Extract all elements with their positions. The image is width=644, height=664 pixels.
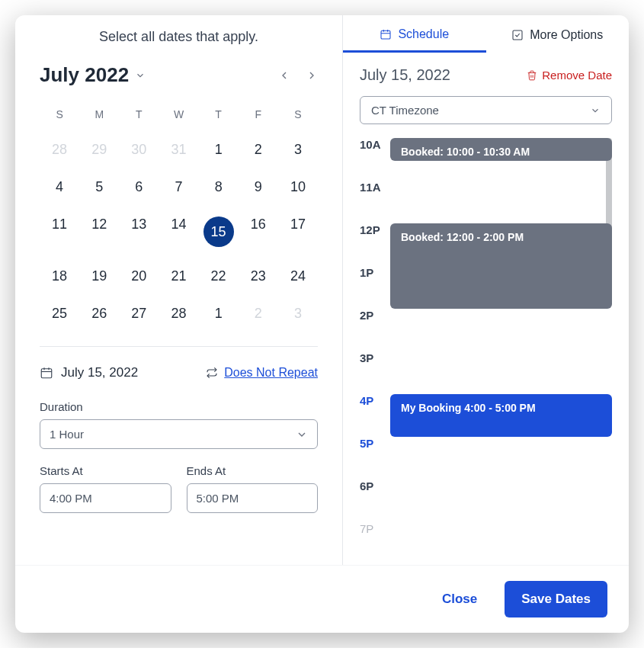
calendar-day[interactable]: 13 [119,206,159,258]
duration-label: Duration [40,400,318,413]
date-header: July 15, 2022 Remove Date [360,66,612,84]
calendar-day[interactable]: 11 [40,206,79,258]
tab-more-options[interactable]: More Options [486,18,630,53]
hour-label: 11A [360,181,390,194]
hour-label: 5P [360,437,390,450]
calendar-day[interactable]: 2 [239,295,278,332]
duration-select[interactable]: 1 Hour [40,419,318,449]
calendar-day[interactable]: 2 [239,131,278,168]
hour-row[interactable]: 7P [360,522,612,565]
calendar-day[interactable]: 22 [199,258,239,295]
hour-label: 4P [360,394,390,407]
duration-value: 1 Hour [50,428,84,441]
calendar-day[interactable]: 4 [40,168,79,206]
my-booking-event[interactable]: My Booking 4:00 - 5:00 PM [390,394,612,437]
calendar-day[interactable]: 24 [278,258,318,295]
calendar-day[interactable]: 7 [159,168,198,206]
calendar-grid: SMTWTFS 28293031123456789101112131415161… [40,101,318,332]
close-button[interactable]: Close [428,582,491,616]
time-row: Starts At 4:00 PM Ends At 5:00 PM [40,464,318,513]
date-picker-modal: Select all dates that apply. July 2022 S… [15,15,629,633]
chevron-down-icon [590,105,601,116]
hour-row[interactable]: 11A [360,181,612,223]
svg-rect-8 [513,30,522,40]
calendar-day[interactable]: 28 [40,131,79,168]
timezone-select[interactable]: CT Timezone [360,96,612,124]
remove-date-button[interactable]: Remove Date [527,69,612,82]
svg-rect-0 [41,369,52,378]
calendar-day[interactable]: 6 [119,168,159,206]
tab-schedule[interactable]: Schedule [343,18,486,53]
calendar-day[interactable]: 1 [199,131,239,168]
repeat-link[interactable]: Does Not Repeat [206,366,318,380]
month-nav [278,69,318,82]
hour-label: 1P [360,266,390,279]
tab-more-label: More Options [530,28,603,42]
hour-row[interactable]: 3P [360,351,612,394]
modal-footer: Close Save Dates [15,565,629,633]
starts-input[interactable]: 4:00 PM [40,483,171,513]
calendar-day[interactable]: 26 [79,295,119,332]
calendar-day[interactable]: 5 [79,168,119,206]
calendar-day[interactable]: 1 [199,295,239,332]
weekday-label: T [119,101,159,131]
prev-month-button[interactable] [278,69,290,82]
month-selector[interactable]: July 2022 [40,63,146,87]
ends-value: 5:00 PM [197,492,239,505]
schedule-panel: Schedule More Options July 15, 2022 Remo… [343,15,629,565]
booked-event[interactable]: Booked: 12:00 - 2:00 PM [390,223,612,309]
calendar-day[interactable]: 3 [278,131,318,168]
hour-row[interactable]: 2P [360,309,612,351]
repeat-icon [206,367,218,379]
calendar-day[interactable]: 9 [239,168,278,206]
hour-schedule[interactable]: 10A11A12P1P2P3P4P5P6P7PBooked: 10:00 - 1… [360,138,612,565]
ends-input[interactable]: 5:00 PM [187,483,319,513]
calendar-day[interactable]: 15 [199,206,239,258]
weekday-label: T [199,101,239,131]
chevron-down-icon [135,70,146,81]
calendar-day[interactable]: 29 [79,131,119,168]
hour-label: 3P [360,351,390,364]
calendar-day[interactable]: 19 [79,258,119,295]
save-dates-button[interactable]: Save Dates [505,581,607,617]
calendar-day[interactable]: 21 [159,258,198,295]
day-row: 25262728123 [40,295,318,332]
calendar-day[interactable]: 3 [278,295,318,332]
remove-date-label: Remove Date [542,69,612,82]
calendar-day[interactable]: 31 [159,131,198,168]
calendar-day[interactable]: 14 [159,206,198,258]
starts-value: 4:00 PM [50,492,92,505]
next-month-button[interactable] [306,69,318,82]
day-row: 28293031123 [40,131,318,168]
calendar-day[interactable]: 16 [239,206,278,258]
selected-date-text: July 15, 2022 [61,365,138,380]
calendar-day[interactable]: 17 [278,206,318,258]
hour-label: 6P [360,480,390,492]
calendar-day[interactable]: 18 [40,258,79,295]
weekday-label: S [278,101,318,131]
calendar-day[interactable]: 12 [79,206,119,258]
calendar-day[interactable]: 20 [119,258,159,295]
booked-event[interactable]: Booked: 10:00 - 10:30 AM [390,138,612,161]
hour-label: 12P [360,223,390,236]
month-header: July 2022 [40,63,318,87]
calendar-day[interactable]: 23 [239,258,278,295]
calendar-day[interactable]: 27 [119,295,159,332]
schedule-date: July 15, 2022 [360,66,450,84]
calendar-day[interactable]: 30 [119,131,159,168]
day-row: 18192021222324 [40,258,318,295]
calendar-day[interactable]: 8 [199,168,239,206]
hour-label: 2P [360,309,390,322]
calendar-day[interactable]: 28 [159,295,198,332]
calendar-day[interactable]: 25 [40,295,79,332]
trash-icon [527,70,537,81]
schedule-content: July 15, 2022 Remove Date CT Timezone 10… [343,53,629,565]
starts-field: Starts At 4:00 PM [40,464,171,513]
duration-field: Duration 1 Hour [40,400,318,449]
tab-schedule-label: Schedule [398,27,449,41]
hour-row[interactable]: 6P [360,480,612,522]
hour-label: 7P [360,522,390,535]
hour-row[interactable]: 5P [360,437,612,480]
calendar-day[interactable]: 10 [278,168,318,206]
ends-field: Ends At 5:00 PM [187,464,319,513]
